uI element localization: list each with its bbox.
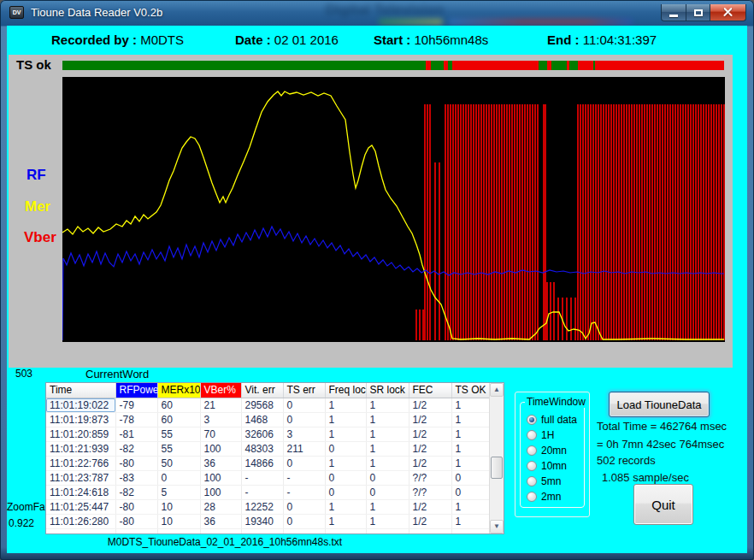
table-row[interactable]: 11:01:22:766-805036148660111/21	[46, 456, 491, 470]
table-cell[interactable]: 48303	[241, 441, 283, 456]
table-cell[interactable]: 11:01:19:873	[46, 412, 115, 427]
column-header-freq-lock[interactable]: Freq lock	[325, 383, 366, 398]
table-cell[interactable]: 1	[366, 441, 409, 456]
table-cell[interactable]: 100	[200, 470, 241, 485]
table-row[interactable]: 11:01:21:939-825510048303211011/21	[46, 441, 491, 456]
selected-cell[interactable]: 11:01:19:022	[46, 398, 115, 412]
data-table[interactable]: TimeRFPowerMERx10VBer%Vit. errTS errFreq…	[46, 383, 492, 534]
table-cell[interactable]: 211	[283, 441, 325, 456]
maximize-button[interactable]	[686, 4, 710, 21]
table-cell[interactable]: 21	[200, 398, 241, 412]
table-cell[interactable]: 1	[451, 441, 491, 456]
table-cell[interactable]: 50	[157, 456, 200, 470]
table-cell[interactable]: 1	[366, 427, 409, 441]
table-cell[interactable]: 1	[366, 412, 409, 427]
scroll-down-button[interactable]: ▼	[490, 520, 504, 533]
table-cell[interactable]: 0	[325, 470, 366, 485]
column-header-vit-err[interactable]: Vit. err	[241, 383, 283, 398]
table-cell[interactable]: 19340	[241, 514, 283, 528]
column-header-time[interactable]: Time	[46, 383, 115, 398]
table-cell[interactable]: 5	[157, 485, 200, 499]
radio-button[interactable]	[527, 492, 537, 502]
table-cell[interactable]: 29568	[241, 398, 283, 412]
table-cell[interactable]: 11:01:22:766	[46, 456, 115, 470]
table-cell[interactable]: 55	[157, 427, 200, 441]
table-cell[interactable]: 11:01:26:280	[46, 514, 115, 528]
table-cell[interactable]: -82	[115, 441, 157, 456]
table-cell[interactable]: 1	[325, 412, 366, 427]
quit-button[interactable]: Quit	[633, 484, 693, 525]
table-cell[interactable]: 1	[325, 499, 366, 514]
timewindow-option-2mn[interactable]: 2mn	[527, 489, 584, 504]
table-cell[interactable]: 36	[200, 514, 241, 528]
table-cell[interactable]: 1	[366, 499, 409, 514]
table-cell[interactable]: -83	[115, 470, 157, 485]
table-cell[interactable]: 28	[200, 499, 241, 514]
table-cell[interactable]: 12252	[241, 499, 283, 514]
signal-chart[interactable]	[62, 77, 725, 342]
table-cell[interactable]: 0	[157, 470, 200, 485]
table-cell[interactable]: 60	[157, 398, 200, 412]
table-cell[interactable]: 0	[283, 456, 325, 470]
table-cell[interactable]: 1468	[241, 412, 283, 427]
table-cell[interactable]: 70	[200, 427, 241, 441]
column-header-merx10[interactable]: MERx10	[157, 383, 200, 398]
table-cell[interactable]: 60	[157, 412, 200, 427]
table-cell[interactable]: 10	[157, 514, 200, 528]
radio-button[interactable]	[527, 461, 537, 471]
table-row[interactable]: 11:01:26:280-801036193400111/21	[46, 514, 491, 528]
radio-button-selected[interactable]	[527, 415, 537, 425]
table-cell[interactable]: 0	[283, 398, 325, 412]
table-cell[interactable]: 0	[283, 412, 325, 427]
table-cell[interactable]: 0	[325, 441, 366, 456]
table-row[interactable]: 11:01:19:873-7860314680111/21	[46, 412, 491, 427]
table-cell[interactable]: 55	[157, 441, 200, 456]
table-cell[interactable]: 11:01:25:447	[46, 499, 115, 514]
table-cell[interactable]: 1/2	[409, 398, 451, 412]
table-cell[interactable]: 11:01:24:618	[46, 485, 115, 499]
table-cell[interactable]: 1	[325, 398, 366, 412]
table-cell[interactable]: 3	[283, 427, 325, 441]
table-cell[interactable]: -	[241, 470, 283, 485]
table-row[interactable]: 11:01:19:022-796021295680111/21	[46, 398, 491, 412]
table-cell[interactable]: 1	[325, 514, 366, 528]
minimize-button[interactable]	[661, 4, 686, 21]
scrollbar-thumb[interactable]	[491, 457, 503, 479]
table-cell[interactable]: ?/?	[409, 485, 451, 499]
table-cell[interactable]: -80	[115, 514, 157, 528]
table-cell[interactable]: -	[283, 485, 325, 499]
table-cell[interactable]: 32606	[241, 427, 283, 441]
table-cell[interactable]: 1	[325, 456, 366, 470]
table-cell[interactable]: 1/2	[409, 441, 451, 456]
column-header-fec[interactable]: FEC	[409, 383, 451, 398]
table-cell[interactable]: 1	[451, 499, 491, 514]
table-cell[interactable]: 1	[451, 456, 491, 470]
table-cell[interactable]: 11:01:21:939	[46, 441, 115, 456]
column-header-rfpower[interactable]: RFPower	[115, 383, 157, 398]
table-cell[interactable]: -79	[115, 398, 157, 412]
table-cell[interactable]: 0	[366, 485, 409, 499]
table-cell[interactable]: 1/2	[409, 499, 451, 514]
column-header-ts-ok[interactable]: TS OK	[451, 383, 491, 398]
table-cell[interactable]: 36	[200, 456, 241, 470]
table-cell[interactable]: -78	[115, 412, 157, 427]
table-cell[interactable]: 0	[451, 470, 491, 485]
table-cell[interactable]: 100	[200, 485, 241, 499]
table-cell[interactable]: -82	[115, 485, 157, 499]
timewindow-option-10mn[interactable]: 10mn	[527, 458, 584, 474]
table-cell[interactable]: 1/2	[409, 514, 451, 528]
load-tiounedata-button[interactable]: Load TiouneData	[609, 392, 710, 417]
column-header-ts-err[interactable]: TS err	[283, 383, 325, 398]
table-cell[interactable]: 0	[325, 485, 366, 499]
table-cell[interactable]: 0	[366, 470, 409, 485]
timewindow-option-20mn[interactable]: 20mn	[527, 443, 584, 458]
table-cell[interactable]: 0	[283, 514, 325, 528]
table-cell[interactable]: -	[283, 470, 325, 485]
table-cell[interactable]: 0	[283, 499, 325, 514]
table-cell[interactable]: 0	[451, 485, 491, 499]
table-cell[interactable]: 1	[366, 514, 409, 528]
table-cell[interactable]: 1	[325, 427, 366, 441]
radio-button[interactable]	[527, 476, 537, 486]
table-cell[interactable]: 1	[451, 412, 491, 427]
titlebar[interactable]: Digital Television DV Tioune Data Reader…	[0, 0, 754, 26]
